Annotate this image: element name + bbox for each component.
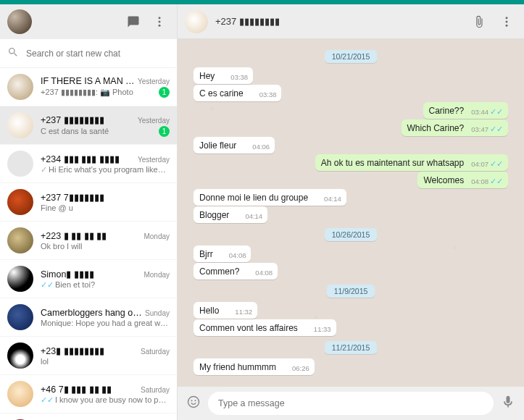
outgoing-message[interactable]: Ah ok tu es maintenant sur whatsapp04:07… <box>315 154 508 171</box>
mic-icon[interactable] <box>501 395 515 412</box>
chat-list-item[interactable]: Camerbloggers hang outcrySundayMonique: … <box>0 298 177 337</box>
unread-badge: 1 <box>159 126 170 137</box>
chat-preview: +237 ▮▮▮▮▮▮▮▮: 📷 Photo <box>41 88 133 97</box>
sidebar: IF THERE IS A MAN TO PR…Yesterday+237 ▮▮… <box>0 0 178 420</box>
chat-list-item[interactable]: +237 ▮▮▮▮▮▮▮▮YesterdayC est dans la sant… <box>0 106 177 145</box>
svg-point-6 <box>188 397 199 408</box>
chat-list-item[interactable]: Simon▮ ▮▮▮▮Monday✓✓Bien et toi? <box>0 260 177 298</box>
outgoing-message[interactable]: Carine??03:44✓✓ <box>423 102 508 119</box>
chat-title: +234 ▮▮▮ ▮▮▮ ▮▮▮▮ <box>41 154 120 164</box>
contact-name[interactable]: +237 ▮▮▮▮▮▮▮▮ <box>215 16 280 27</box>
chat-avatar <box>7 227 33 253</box>
chat-list-item[interactable]: IF THERE IS A MAN TO PR…Yesterday+237 ▮▮… <box>0 68 177 106</box>
chat-list-item[interactable]: +23▮ ▮▮▮▮▮▮▮▮Saturdaylol <box>0 337 177 375</box>
conversation-header: +237 ▮▮▮▮▮▮▮▮ <box>178 4 524 39</box>
chat-time: Yesterday <box>138 77 170 85</box>
chat-preview: Fine @ u <box>41 203 73 212</box>
chat-preview: ✓✓I know you are busy now to put thin… <box>41 395 170 405</box>
date-separator: 10/21/2015 <box>194 49 508 63</box>
date-separator: 11/21/2015 <box>194 340 508 354</box>
chat-preview: ✓Hi Eric what's you program like? I'll b… <box>41 165 170 175</box>
svg-point-3 <box>506 17 508 19</box>
chat-avatar <box>7 151 33 177</box>
svg-point-8 <box>195 400 196 401</box>
incoming-message[interactable]: C es carine03:38 <box>194 85 281 101</box>
svg-point-5 <box>506 24 508 26</box>
chat-avatar <box>7 266 33 292</box>
chat-preview: Ok bro I will <box>41 242 82 251</box>
chat-time: Monday <box>144 271 170 279</box>
read-tick-icon: ✓✓ <box>41 280 54 289</box>
search-input[interactable] <box>26 49 170 59</box>
chat-title: +237 ▮▮▮▮▮▮▮▮ <box>41 114 104 125</box>
unread-badge: 1 <box>159 87 170 98</box>
chat-avatar <box>7 381 33 407</box>
incoming-message[interactable]: Commen?04:08 <box>194 263 278 280</box>
incoming-message[interactable]: My friend hummmm06:26 <box>194 358 315 375</box>
contact-avatar[interactable] <box>185 10 208 33</box>
outgoing-message[interactable]: Which Carine?03:47✓✓ <box>402 119 508 136</box>
chat-title: +237 7▮▮▮▮▮▮▮ <box>41 192 104 203</box>
chat-time: Sunday <box>145 309 170 317</box>
chat-list-item[interactable]: +237 7▮▮▮▮▮▮▮Fine @ u <box>0 183 177 222</box>
read-tick-icon: ✓✓ <box>490 160 503 168</box>
chat-time: Saturday <box>141 386 170 394</box>
chat-time: Yesterday <box>138 156 170 164</box>
chat-time: Yesterday <box>138 117 170 125</box>
conversation-menu-icon[interactable] <box>496 12 517 32</box>
svg-point-1 <box>159 21 161 23</box>
date-separator: 10/26/2015 <box>194 227 508 241</box>
chat-title: +223 ▮ ▮▮ ▮▮ ▮▮ <box>41 230 107 241</box>
read-tick-icon: ✓✓ <box>490 177 503 185</box>
chat-time: Monday <box>144 232 170 240</box>
chat-list-item[interactable]: +223 ▮ ▮▮ ▮▮ ▮▮MondayOk bro I will <box>0 222 177 260</box>
read-tick-icon: ✓✓ <box>490 108 503 116</box>
read-tick-icon: ✓✓ <box>490 125 503 133</box>
incoming-message[interactable]: Hello11:32 <box>194 302 257 319</box>
incoming-message[interactable]: Hey03:38 <box>194 67 253 84</box>
emoji-icon[interactable] <box>186 395 201 412</box>
search-bar <box>0 39 177 68</box>
chat-preview: Monique: Hope you had a great weekend <box>41 319 170 327</box>
outgoing-message[interactable]: Welcomes04:08✓✓ <box>417 172 508 188</box>
search-icon <box>7 46 19 61</box>
incoming-message[interactable]: Blogger04:14 <box>194 206 267 223</box>
new-chat-icon[interactable] <box>123 12 144 32</box>
chat-list-item[interactable]: +46 7▮ ▮▮▮ ▮▮ ▮▮Saturday✓✓I know you are… <box>0 375 177 413</box>
svg-point-7 <box>191 400 193 401</box>
compose-bar <box>178 387 524 420</box>
attach-icon[interactable] <box>469 12 489 32</box>
chat-list-item[interactable]: +234 ▮▮▮ ▮▮▮ ▮▮▮▮Yesterday✓Hi Eric what'… <box>0 145 177 183</box>
chat-avatar <box>7 189 33 215</box>
chat-avatar <box>7 304 33 330</box>
chat-avatar <box>7 74 33 100</box>
chat-time: Saturday <box>141 348 170 356</box>
chat-title: Simon▮ ▮▮▮▮ <box>41 269 94 280</box>
chat-list[interactable]: IF THERE IS A MAN TO PR…Yesterday+237 ▮▮… <box>0 68 177 420</box>
date-separator: 11/9/2015 <box>194 284 508 298</box>
sidebar-header <box>0 4 177 39</box>
chat-title: +23▮ ▮▮▮▮▮▮▮▮ <box>41 345 104 356</box>
menu-icon[interactable] <box>149 12 170 32</box>
chat-avatar <box>7 112 33 138</box>
svg-point-2 <box>159 25 161 27</box>
chat-avatar <box>7 343 33 369</box>
svg-point-4 <box>506 20 508 22</box>
incoming-message[interactable]: Bjrr04:08 <box>194 245 251 262</box>
incoming-message[interactable]: Jolie fleur04:06 <box>194 137 275 154</box>
chat-title: IF THERE IS A MAN TO PR… <box>41 76 135 86</box>
my-avatar[interactable] <box>7 9 32 34</box>
sent-tick-icon: ✓ <box>41 165 47 174</box>
chat-title: +46 7▮ ▮▮▮ ▮▮ ▮▮ <box>41 384 112 395</box>
chat-title: Camerbloggers hang outcry <box>41 308 142 318</box>
read-tick-icon: ✓✓ <box>41 395 54 404</box>
incoming-message[interactable]: Commen vont les affaires11:33 <box>194 319 336 336</box>
incoming-message[interactable]: Donne moi le lien du groupe04:14 <box>194 189 346 206</box>
chat-preview: C est dans la santé <box>41 127 109 135</box>
message-input[interactable] <box>208 392 494 415</box>
messages-area[interactable]: 10/21/2015 Hey03:38 C es carine03:38 Car… <box>178 39 524 387</box>
conversation-panel: +237 ▮▮▮▮▮▮▮▮ 10/21/2015 Hey03:38 C es c… <box>178 0 524 420</box>
chat-list-item[interactable]: Bloggers ForumSaturdayMonique: Couldnt m… <box>0 413 177 420</box>
svg-point-0 <box>159 17 161 19</box>
chat-preview: ✓✓Bien et toi? <box>41 280 95 290</box>
